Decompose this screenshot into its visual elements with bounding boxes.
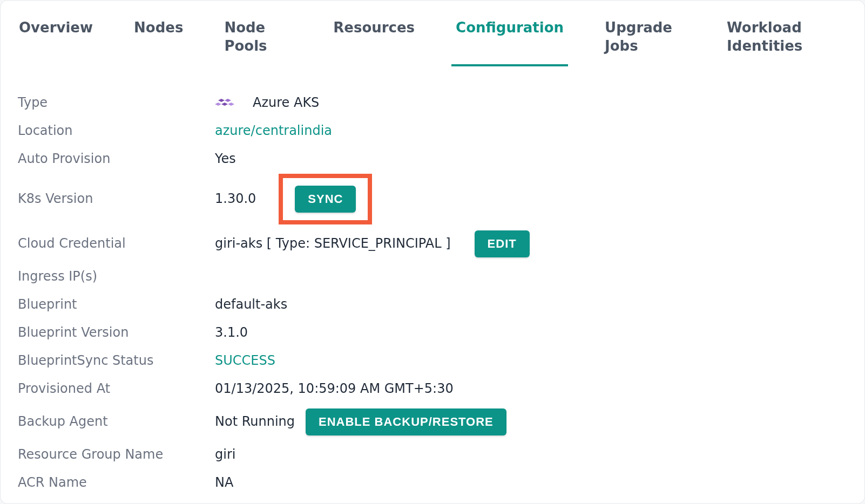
sync-highlight-box: SYNC	[279, 174, 372, 224]
value-blueprint: default-aks	[215, 296, 287, 313]
enable-backup-button[interactable]: ENABLE BACKUP/RESTORE	[306, 408, 506, 435]
svg-marker-0	[218, 99, 225, 102]
label-blueprint: Blueprint	[18, 296, 215, 313]
row-acr-name: ACR Name NA	[18, 469, 847, 497]
row-auto-provision: Auto Provision Yes	[18, 145, 847, 173]
tab-resources[interactable]: Resources	[332, 16, 416, 65]
value-k8s-version-text: 1.30.0	[215, 190, 256, 207]
value-backup-agent-text: Not Running	[215, 413, 295, 430]
row-cloud-credential: Cloud Credential giri-aks [ Type: SERVIC…	[18, 225, 847, 263]
value-resource-group: giri	[215, 446, 235, 463]
sync-button[interactable]: SYNC	[295, 186, 356, 213]
tab-workload-identities[interactable]: Workload Identities	[726, 16, 847, 65]
config-content: Type Azure AKS Location azure/centralind…	[1, 71, 864, 497]
tab-nodes[interactable]: Nodes	[133, 16, 184, 65]
label-provisioned-at: Provisioned At	[18, 380, 215, 397]
tabs: Overview Nodes Node Pools Resources Conf…	[1, 16, 864, 71]
row-bp-sync-status: BlueprintSync Status SUCCESS	[18, 347, 847, 375]
value-location[interactable]: azure/centralindia	[215, 122, 332, 139]
value-provisioned-at: 01/13/2025, 10:59:09 AM GMT+5:30	[215, 380, 454, 397]
row-resource-group: Resource Group Name giri	[18, 441, 847, 469]
value-backup-agent: Not Running ENABLE BACKUP/RESTORE	[215, 408, 506, 435]
value-type-text: Azure AKS	[253, 94, 319, 111]
svg-marker-1	[225, 99, 231, 102]
label-acr-name: ACR Name	[18, 474, 215, 491]
svg-marker-2	[221, 103, 228, 106]
label-type: Type	[18, 94, 215, 111]
value-blueprint-version: 3.1.0	[215, 324, 248, 341]
label-blueprint-version: Blueprint Version	[18, 324, 215, 341]
row-backup-agent: Backup Agent Not Running ENABLE BACKUP/R…	[18, 403, 847, 441]
label-ingress-ips: Ingress IP(s)	[18, 268, 215, 285]
label-location: Location	[18, 122, 215, 139]
value-k8s-version: 1.30.0 SYNC	[215, 174, 372, 224]
label-backup-agent: Backup Agent	[18, 413, 215, 430]
row-provisioned-at: Provisioned At 01/13/2025, 10:59:09 AM G…	[18, 375, 847, 403]
row-blueprint-version: Blueprint Version 3.1.0	[18, 319, 847, 347]
label-k8s-version: K8s Version	[18, 190, 215, 207]
value-cloud-credential: giri-aks [ Type: SERVICE_PRINCIPAL ] EDI…	[215, 230, 530, 257]
label-bp-sync-status: BlueprintSync Status	[18, 352, 215, 369]
value-cloud-credential-text: giri-aks [ Type: SERVICE_PRINCIPAL ]	[215, 235, 451, 252]
config-card: Overview Nodes Node Pools Resources Conf…	[0, 0, 865, 504]
label-cloud-credential: Cloud Credential	[18, 235, 215, 252]
row-k8s-version: K8s Version 1.30.0 SYNC	[18, 173, 847, 225]
row-location: Location azure/centralindia	[18, 117, 847, 145]
tab-configuration[interactable]: Configuration	[455, 16, 565, 65]
row-blueprint: Blueprint default-aks	[18, 291, 847, 319]
azure-aks-icon	[215, 96, 234, 110]
row-ingress-ips: Ingress IP(s)	[18, 263, 847, 291]
value-auto-provision: Yes	[215, 151, 236, 167]
tab-overview[interactable]: Overview	[18, 16, 94, 65]
label-auto-provision: Auto Provision	[18, 151, 215, 167]
label-resource-group: Resource Group Name	[18, 446, 215, 463]
tab-node-pools[interactable]: Node Pools	[223, 16, 293, 65]
value-type: Azure AKS	[215, 94, 319, 111]
row-type: Type Azure AKS	[18, 89, 847, 117]
value-bp-sync-status: SUCCESS	[215, 352, 275, 369]
tab-upgrade-jobs[interactable]: Upgrade Jobs	[604, 16, 687, 65]
value-acr-name: NA	[215, 474, 233, 491]
edit-button[interactable]: EDIT	[475, 230, 530, 257]
svg-marker-3	[215, 103, 221, 106]
svg-marker-4	[228, 103, 234, 106]
